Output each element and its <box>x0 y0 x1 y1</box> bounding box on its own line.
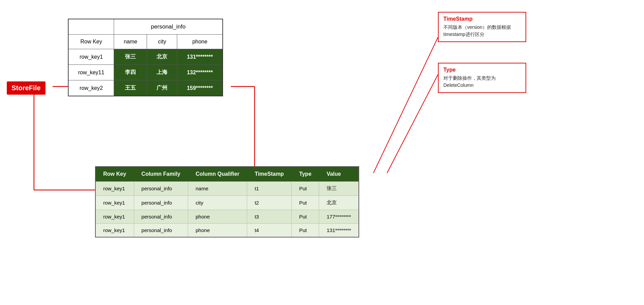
b-r1-rowkey: row_key1 <box>95 182 134 196</box>
top-row2-key: row_key11 <box>68 65 114 80</box>
bottom-col-timestamp: TimeStamp <box>247 167 292 182</box>
timestamp-annotation-title: TimeStamp <box>443 16 521 22</box>
b-r3-value: 177******** <box>319 210 359 224</box>
b-r2-type: Put <box>292 196 319 210</box>
b-r4-timestamp: t4 <box>247 224 292 237</box>
table-row: row_key11 李四 上海 132******** <box>68 65 223 80</box>
bottom-col-family: Column Family <box>134 167 188 182</box>
top-row3-city: 广州 <box>147 80 177 96</box>
bottom-col-value: Value <box>319 167 359 182</box>
b-r1-type: Put <box>292 182 319 196</box>
type-annotation-desc: 对于删除操作，其类型为DeleteColumn <box>443 75 521 89</box>
b-r2-timestamp: t2 <box>247 196 292 210</box>
bottom-col-qualifier: Column Qualifier <box>188 167 247 182</box>
table-row: row_key1 personal_info city t2 Put 北京 <box>95 196 359 210</box>
b-r4-value: 131******** <box>319 224 359 237</box>
top-row3-name: 王五 <box>114 80 147 96</box>
svg-line-7 <box>387 75 438 173</box>
bottom-col-type: Type <box>292 167 319 182</box>
top-table-col-name: name <box>114 35 147 49</box>
table-row: row_key2 王五 广州 159******** <box>68 80 223 96</box>
b-r2-family: personal_info <box>134 196 188 210</box>
b-r4-type: Put <box>292 224 319 237</box>
b-r2-rowkey: row_key1 <box>95 196 134 210</box>
table-row: row_key1 personal_info phone t3 Put 177*… <box>95 210 359 224</box>
page-container: StoreFile personal_info Row Key name cit… <box>0 0 644 305</box>
b-r1-qualifier: name <box>188 182 247 196</box>
table-row: row_key1 personal_info phone t4 Put 131*… <box>95 224 359 237</box>
top-table: personal_info Row Key name city phone ro… <box>68 19 223 96</box>
b-r3-rowkey: row_key1 <box>95 210 134 224</box>
b-r3-family: personal_info <box>134 210 188 224</box>
b-r3-qualifier: phone <box>188 210 247 224</box>
top-table-personal-info-header: personal_info <box>114 19 223 35</box>
b-r1-timestamp: t1 <box>247 182 292 196</box>
b-r3-type: Put <box>292 210 319 224</box>
top-row1-key: row_key1 <box>68 49 114 65</box>
type-annotation: Type 对于删除操作，其类型为DeleteColumn <box>438 63 526 93</box>
top-row1-name: 张三 <box>114 49 147 65</box>
bottom-table-wrapper: Row Key Column Family Column Qualifier T… <box>95 166 359 237</box>
table-row: row_key1 personal_info name t1 Put 张三 <box>95 182 359 196</box>
storefile-label: StoreFile <box>7 81 45 95</box>
bottom-table: Row Key Column Family Column Qualifier T… <box>95 166 359 237</box>
b-r2-value: 北京 <box>319 196 359 210</box>
timestamp-annotation: TimeStamp 不同版本（version）的数据根据timestamp进行区… <box>438 12 526 42</box>
top-table-col-phone: phone <box>177 35 223 49</box>
top-table-col-rowkey: Row Key <box>68 35 114 49</box>
b-r1-family: personal_info <box>134 182 188 196</box>
b-r4-rowkey: row_key1 <box>95 224 134 237</box>
top-row3-phone: 159******** <box>177 80 223 96</box>
top-row1-city: 北京 <box>147 49 177 65</box>
top-table-wrapper: personal_info Row Key name city phone ro… <box>68 19 223 96</box>
b-r1-value: 张三 <box>319 182 359 196</box>
type-annotation-title: Type <box>443 67 521 73</box>
table-row: row_key1 张三 北京 131******** <box>68 49 223 65</box>
top-row2-city: 上海 <box>147 65 177 80</box>
b-r4-qualifier: phone <box>188 224 247 237</box>
b-r4-family: personal_info <box>134 224 188 237</box>
top-table-empty-header <box>68 19 114 35</box>
top-row1-phone: 131******** <box>177 49 223 65</box>
top-row3-key: row_key2 <box>68 80 114 96</box>
bottom-col-rowkey: Row Key <box>95 167 134 182</box>
timestamp-annotation-desc: 不同版本（version）的数据根据timestamp进行区分 <box>443 24 521 38</box>
top-row2-phone: 132******** <box>177 65 223 80</box>
svg-line-6 <box>373 37 438 173</box>
b-r3-timestamp: t3 <box>247 210 292 224</box>
b-r2-qualifier: city <box>188 196 247 210</box>
top-table-col-city: city <box>147 35 177 49</box>
top-row2-name: 李四 <box>114 65 147 80</box>
